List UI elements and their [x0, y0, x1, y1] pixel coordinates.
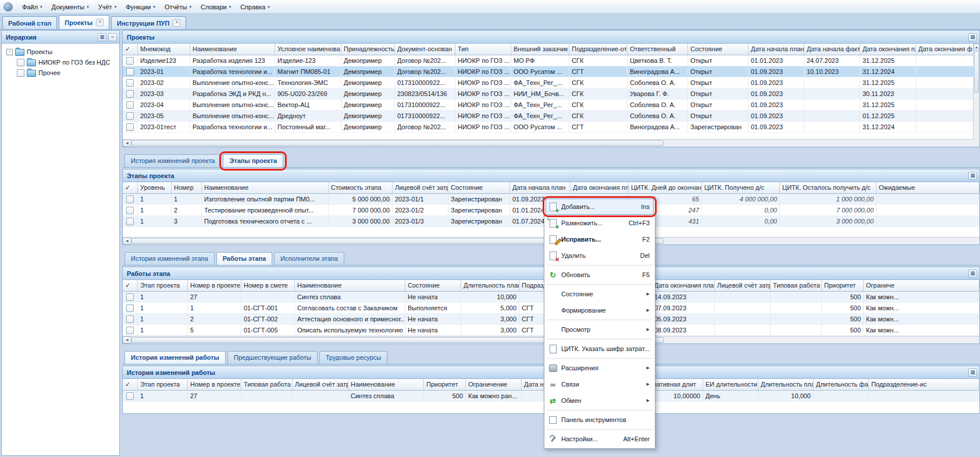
- tab-project-stages[interactable]: Этапы проекта: [223, 154, 283, 167]
- column-header[interactable]: Принадлежность: [341, 44, 395, 55]
- menu-item-duplicate[interactable]: Размножить... Ctrl+F3: [546, 215, 654, 231]
- menu-item-refresh[interactable]: ↻ Обновить F5: [546, 267, 654, 283]
- menu-item-edit[interactable]: Исправить... F2: [546, 231, 654, 247]
- menubar-item-file[interactable]: Файл▾: [17, 2, 47, 12]
- column-header[interactable]: Номер в проекте: [188, 280, 241, 291]
- row-checkbox[interactable]: [126, 304, 134, 312]
- column-header[interactable]: Дата окончания план: [652, 280, 715, 291]
- column-header[interactable]: Стоимость этапа: [329, 182, 393, 193]
- menu-item-view[interactable]: Просмотр ▶: [546, 321, 654, 338]
- tree-checkbox[interactable]: [17, 69, 24, 77]
- tab-stage-history[interactable]: История изменений этапа: [124, 252, 215, 265]
- column-header[interactable]: Ответственный: [628, 44, 688, 55]
- column-header[interactable]: ЕИ длительности: [703, 379, 758, 390]
- column-header[interactable]: ✓: [123, 44, 138, 55]
- column-header[interactable]: Подразделение-от: [569, 44, 628, 55]
- column-header[interactable]: Дата начала факт: [804, 44, 860, 55]
- column-header[interactable]: Дата окончания пл: [860, 44, 916, 55]
- row-checkbox[interactable]: [126, 57, 134, 65]
- column-header[interactable]: Приоритет: [424, 379, 466, 390]
- row-checkbox[interactable]: [126, 207, 134, 214]
- row-checkbox[interactable]: [126, 123, 134, 131]
- panel-options-icon[interactable]: ▦: [968, 369, 977, 377]
- tab-desktop[interactable]: Рабочий стол: [2, 16, 57, 29]
- menu-item-links[interactable]: ∞ Связи ▶: [546, 376, 654, 392]
- column-header[interactable]: Мнемокод: [138, 44, 190, 55]
- row-checkbox[interactable]: [126, 218, 134, 225]
- menu-item-exchange[interactable]: ⇄ Обмен ▶: [546, 392, 654, 409]
- column-header[interactable]: Лицевой счёт затр: [715, 280, 771, 291]
- menu-item-delete[interactable]: Удалить Del: [546, 247, 654, 264]
- tab-work-labor[interactable]: Трудовые ресурсы: [319, 351, 387, 364]
- menubar-item-functions[interactable]: Функции▾: [121, 2, 160, 12]
- project-row[interactable]: Изделие123 Разработка изделия 123 Издели…: [123, 55, 979, 66]
- column-header[interactable]: Ограничение: [466, 379, 522, 390]
- tab-stage-works[interactable]: Работы этапа: [216, 252, 273, 265]
- row-checkbox[interactable]: [126, 90, 134, 98]
- column-header[interactable]: Уровень: [138, 182, 172, 193]
- scrollbar-thumb[interactable]: [131, 140, 664, 146]
- tree-collapse-icon[interactable]: -: [6, 49, 13, 55]
- scroll-left-icon[interactable]: ◄: [123, 238, 131, 245]
- column-header[interactable]: Длительность план ▼: [461, 280, 519, 291]
- hierarchy-options-icon[interactable]: ▦: [98, 33, 106, 41]
- menubar-item-accounting[interactable]: Учёт▾: [94, 2, 121, 12]
- project-row[interactable]: 2023-02 Выполнение опытно-конс... Технол…: [123, 77, 979, 88]
- project-row[interactable]: 2023-05 Выполнение опытно-конс... Дредно…: [123, 111, 979, 122]
- menu-item-add[interactable]: Добавить... Ins: [546, 199, 654, 215]
- tree-item-niokr[interactable]: НИОКР по ГОЗ без НДС: [3, 57, 118, 68]
- project-row[interactable]: 2023-03 Разработка ЭКД и РКД н... 905-U0…: [123, 88, 979, 100]
- column-header[interactable]: ЦИТК. Получено д/с: [702, 182, 780, 193]
- column-header[interactable]: Внешний заказчик: [511, 44, 569, 55]
- project-row[interactable]: 2023-01 Разработка технологии и... Магни…: [123, 66, 979, 77]
- row-checkbox[interactable]: [126, 79, 134, 87]
- tab-projects[interactable]: Проекты×: [59, 15, 109, 29]
- scrollbar-thumb[interactable]: [974, 51, 979, 93]
- column-header[interactable]: Состояние: [688, 44, 749, 55]
- column-header[interactable]: Лицевой счёт затр: [293, 379, 348, 390]
- column-header[interactable]: Наименование: [202, 182, 329, 193]
- column-header[interactable]: Ожидаемые: [876, 182, 979, 193]
- panel-options-icon[interactable]: ▦: [968, 270, 977, 278]
- project-row[interactable]: 2023-04 Выполнение опытно-конс... Вектор…: [123, 100, 979, 111]
- column-header[interactable]: Состояние: [405, 280, 461, 291]
- column-header[interactable]: Этап проекта: [138, 379, 188, 390]
- close-tab-icon[interactable]: ×: [96, 19, 104, 26]
- column-header[interactable]: Документ-основан: [395, 44, 455, 55]
- scroll-up-icon[interactable]: ▲: [974, 44, 979, 51]
- menu-item-formation[interactable]: Формирование ▶: [546, 302, 654, 318]
- column-header[interactable]: ✓: [123, 280, 138, 291]
- column-header[interactable]: Этап проекта: [138, 280, 188, 291]
- column-header[interactable]: Длительность фак: [814, 379, 869, 390]
- menu-item-extensions[interactable]: Расширения ▶: [546, 360, 654, 376]
- tree-item-other[interactable]: Прочее: [3, 68, 118, 78]
- column-header[interactable]: Номер в проекте: [188, 379, 241, 390]
- column-header[interactable]: ✓: [123, 379, 138, 390]
- row-checkbox[interactable]: [126, 392, 134, 400]
- tab-instructions[interactable]: Инструкции ПУП×: [111, 16, 186, 29]
- tab-project-history[interactable]: История изменений проекта: [124, 154, 221, 167]
- row-checkbox[interactable]: [126, 196, 134, 203]
- panel-options-icon[interactable]: ▦: [968, 33, 977, 41]
- row-checkbox[interactable]: [126, 327, 134, 334]
- horizontal-scrollbar[interactable]: ◄: [123, 139, 979, 147]
- row-checkbox[interactable]: [126, 293, 134, 301]
- column-header[interactable]: Наименование: [295, 280, 405, 291]
- column-header[interactable]: Длительность пла: [758, 379, 814, 390]
- column-header[interactable]: Наименование: [190, 44, 275, 55]
- menubar-item-reports[interactable]: Отчёты▾: [160, 2, 196, 12]
- tab-work-predecessors[interactable]: Предшествующие работы: [227, 351, 318, 364]
- column-header[interactable]: Приоритет: [822, 280, 864, 291]
- tree-checkbox[interactable]: [17, 59, 24, 66]
- column-header[interactable]: ЦИТК. Осталось получить д/с: [780, 182, 876, 193]
- scroll-left-icon[interactable]: ◄: [123, 140, 131, 147]
- scroll-left-icon[interactable]: ◄: [123, 336, 131, 343]
- column-header[interactable]: Дата начала план: [749, 44, 804, 55]
- row-checkbox[interactable]: [126, 316, 134, 323]
- menu-item-citk-code[interactable]: ЦИТК. Указать шифр затрат...: [546, 341, 654, 357]
- column-header[interactable]: Дата окончания ф: [916, 44, 979, 55]
- column-header[interactable]: ✓: [123, 182, 138, 193]
- menubar-item-dictionaries[interactable]: Словари▾: [196, 2, 236, 12]
- panel-options-icon[interactable]: ▦: [968, 172, 977, 180]
- row-checkbox[interactable]: [126, 112, 134, 120]
